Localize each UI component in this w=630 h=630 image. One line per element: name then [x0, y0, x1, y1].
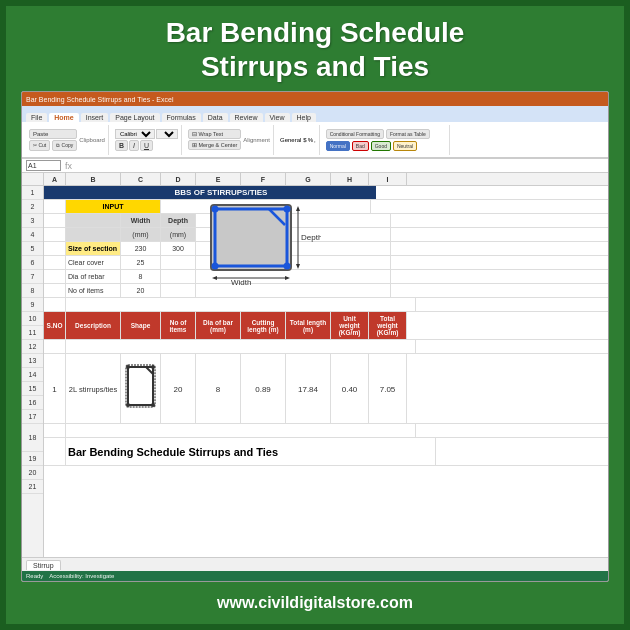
paste-button[interactable]: Paste — [29, 129, 77, 139]
cell-a17[interactable] — [44, 424, 66, 437]
cell-b6-cover[interactable]: Clear cover — [66, 256, 121, 269]
cell-b4[interactable] — [66, 228, 121, 241]
main-title: Bar Bending Schedule Stirrups and Ties — [166, 16, 465, 83]
cell-diagram-area: Depth Width — [196, 214, 391, 227]
cell-a3[interactable] — [44, 214, 66, 227]
footer-url: www.civildigitalstore.com — [217, 594, 413, 611]
number-format: General — [280, 137, 301, 143]
row-num-10: 10 — [22, 312, 43, 326]
cell-d5-val[interactable]: 300 — [161, 242, 196, 255]
cell-a6[interactable] — [44, 256, 66, 269]
grid-row-10: S.NO Description Shape No of items Dia o… — [44, 312, 608, 340]
underline-button[interactable]: U — [140, 140, 153, 151]
name-box[interactable] — [26, 160, 61, 171]
grid-row-5: Size of section 230 300 — [44, 242, 608, 256]
format-as-table-btn[interactable]: Format as Table — [386, 129, 430, 139]
cell-row11-rest — [66, 340, 416, 353]
cell-b8-items[interactable]: No of items — [66, 284, 121, 297]
neutral-style-btn[interactable]: Neutral — [393, 141, 417, 151]
currency-btn[interactable]: $ — [303, 137, 306, 143]
tab-view[interactable]: View — [265, 113, 290, 122]
cell-a8[interactable] — [44, 284, 66, 297]
cell-bottom-title: Bar Bending Schedule Stirrups and Ties — [66, 438, 436, 465]
tab-formulas[interactable]: Formulas — [162, 113, 201, 122]
clipboard-buttons: Paste ✂ Cut ⧉ Copy — [29, 129, 77, 151]
svg-point-3 — [212, 206, 219, 213]
cell-c8-val[interactable]: 20 — [121, 284, 161, 297]
row-num-16: 16 — [22, 396, 43, 410]
grid-row-2: INPUT — [44, 200, 608, 214]
conditional-formatting-btn[interactable]: Conditional Formatting — [326, 129, 384, 139]
cell-a4[interactable] — [44, 228, 66, 241]
tab-home[interactable]: Home — [49, 113, 78, 122]
excel-ribbon: File Home Insert Page Layout Formulas Da… — [22, 106, 608, 159]
cell-b7-dia[interactable]: Dia of rebar — [66, 270, 121, 283]
tab-help[interactable]: Help — [292, 113, 316, 122]
cell-data-total-wt: 7.05 — [369, 354, 407, 424]
merge-center-button[interactable]: ⊞ Merge & Center — [188, 140, 241, 150]
tab-page-layout[interactable]: Page Layout — [110, 113, 159, 122]
row-num-5: 5 — [22, 242, 43, 256]
row-num-11: 11 — [22, 326, 43, 340]
grid-row-3: Width Depth — [44, 214, 608, 228]
cell-c7-val[interactable]: 8 — [121, 270, 161, 283]
formula-input[interactable] — [76, 162, 604, 169]
cell-c6-val[interactable]: 25 — [121, 256, 161, 269]
ribbon-tabs: File Home Insert Page Layout Formulas Da… — [22, 106, 608, 122]
sheet-tab-stirrup[interactable]: Stirrup — [26, 560, 61, 570]
col-header-i: I — [369, 173, 407, 185]
percent-btn[interactable]: % — [308, 137, 313, 143]
col-header-c: C — [121, 173, 161, 185]
italic-button[interactable]: I — [129, 140, 139, 151]
cell-a11[interactable] — [44, 340, 66, 353]
cell-th-total-len: Total length (m) — [286, 312, 331, 339]
cell-d6-empty[interactable] — [161, 256, 196, 269]
sheet-tabs: Stirrup — [22, 557, 608, 571]
row-num-header — [22, 173, 44, 185]
cell-a9[interactable] — [44, 298, 66, 311]
stirrup-svg: Depth Width — [201, 200, 321, 290]
copy-button[interactable]: ⧉ Copy — [52, 140, 77, 151]
font-group: Calibri 11 B I U — [112, 125, 182, 155]
font-family-select[interactable]: Calibri — [115, 129, 155, 139]
cell-a1[interactable] — [44, 186, 66, 199]
status-bar: Ready Accessibility: Investigate — [22, 571, 608, 581]
clipboard-group: Paste ✂ Cut ⧉ Copy Clipboard — [26, 125, 109, 155]
cell-b5-size[interactable]: Size of section — [66, 242, 121, 255]
cell-b3[interactable] — [66, 214, 121, 227]
cell-a7[interactable] — [44, 270, 66, 283]
col-header-f: F — [241, 173, 286, 185]
col-header-g: G — [286, 173, 331, 185]
cell-a2[interactable] — [44, 200, 66, 213]
bad-style-btn[interactable]: Bad — [352, 141, 369, 151]
grid-row-4: (mm) (mm) — [44, 228, 608, 242]
svg-point-5 — [212, 263, 219, 270]
cell-d7-empty[interactable] — [161, 270, 196, 283]
cell-a5[interactable] — [44, 242, 66, 255]
tab-insert[interactable]: Insert — [81, 113, 109, 122]
row-num-2: 2 — [22, 200, 43, 214]
cell-d8-empty[interactable] — [161, 284, 196, 297]
font-size-select[interactable]: 11 — [156, 129, 178, 139]
col-headers: A B C D E F G H I — [22, 173, 608, 186]
cell-a18[interactable] — [44, 438, 66, 465]
comma-btn[interactable]: , — [314, 137, 316, 143]
cell-th-unit-wt: Unit weight (KG/m) — [331, 312, 369, 339]
tab-data[interactable]: Data — [203, 113, 228, 122]
tab-review[interactable]: Review — [230, 113, 263, 122]
row-num-13: 13 — [22, 354, 43, 368]
cut-button[interactable]: ✂ Cut — [29, 140, 50, 151]
wrap-text-button[interactable]: ⊟ Wrap Text — [188, 129, 241, 139]
row-num-12: 12 — [22, 340, 43, 354]
cell-th-sno: S.NO — [44, 312, 66, 339]
cell-d4-mm: (mm) — [161, 228, 196, 241]
normal-style-btn[interactable]: Normal — [326, 141, 350, 151]
good-style-btn[interactable]: Good — [371, 141, 391, 151]
title-line1: Bar Bending Schedule — [166, 17, 465, 48]
tab-file[interactable]: File — [26, 113, 47, 122]
bold-button[interactable]: B — [115, 140, 128, 151]
svg-point-4 — [284, 206, 291, 213]
cell-c4-mm: (mm) — [121, 228, 161, 241]
cell-c5-val[interactable]: 230 — [121, 242, 161, 255]
sheet-grid: BBS OF STIRRUPS/TIES INPUT — [44, 186, 608, 557]
